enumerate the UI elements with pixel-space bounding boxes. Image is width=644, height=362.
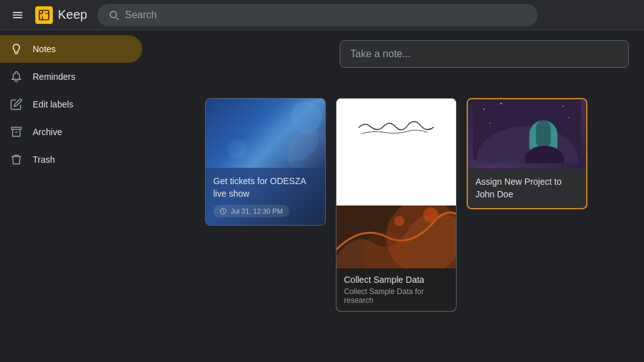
svg-point-17 [568,117,569,118]
svg-point-18 [489,123,491,124]
lightbulb-icon [10,43,23,55]
reminder-time: Jul 31, 12:30 PM [231,207,283,215]
logo-text: Keep [58,8,87,22]
odesza-card-background [206,99,325,168]
notes-grid: Get tickets for ODESZA live show Jul 31,… [167,98,629,312]
odesza-title: Get tickets for ODESZA live show [213,175,318,200]
sidebar-label-reminders: Reminders [33,72,75,82]
sidebar-label-edit-labels: Edit labels [33,99,74,109]
archive-icon [10,126,23,138]
sidebar-label-archive: Archive [33,127,62,137]
sidebar: Notes Reminders Edit labels [0,30,152,362]
svg-point-8 [394,216,404,226]
collect-card-footer: Collect Sample Data Collect Sample Data … [336,268,456,311]
take-note-placeholder: Take a note... [350,48,411,60]
collect-description: Collect Sample Data for research [344,287,448,305]
handwriting-area [336,99,456,206]
odesza-card-content: Get tickets for ODESZA live show Jul 31,… [206,168,325,225]
note-card-assign[interactable]: Assign New Project to John Doe [467,98,587,209]
sidebar-label-trash: Trash [33,155,55,165]
sidebar-item-edit-labels[interactable]: Edit labels [0,90,142,118]
sidebar-item-notes[interactable]: Notes [0,35,142,63]
main-layout: Notes Reminders Edit labels [0,30,644,362]
odesza-decoration [206,99,325,168]
menu-button[interactable] [5,3,30,28]
handwriting-drawing [347,109,446,146]
clock-icon [219,207,227,215]
roller-coaster-decoration [336,206,456,268]
svg-point-0 [42,13,47,17]
assign-card-image [468,99,586,168]
svg-point-7 [423,207,438,222]
svg-rect-12 [536,121,550,149]
search-icon [108,9,120,21]
sidebar-label-notes: Notes [33,44,56,54]
svg-rect-6 [336,206,456,268]
take-note-bar[interactable]: Take a note... [340,40,629,68]
sidebar-item-reminders[interactable]: Reminders [0,63,142,90]
svg-point-14 [484,109,485,110]
app-logo[interactable]: Keep [35,6,87,24]
main-content: Take a note... Get tickets for ODESZA li [152,30,644,362]
sidebar-item-archive[interactable]: Archive [0,118,142,146]
collect-image [336,206,456,268]
search-input[interactable] [125,9,528,21]
logo-icon [35,6,53,24]
svg-point-2 [269,111,319,162]
bell-icon [10,70,23,83]
app-header: Keep [0,0,644,30]
sidebar-item-trash[interactable]: Trash [0,146,142,173]
collect-title: Collect Sample Data [344,275,448,285]
reminder-badge: Jul 31, 12:30 PM [213,205,289,217]
note-card-collect[interactable]: Collect Sample Data Collect Sample Data … [336,98,457,312]
assign-title: Assign New Project to John Doe [475,176,579,200]
svg-point-16 [562,106,564,107]
note-card-odesza[interactable]: Get tickets for ODESZA live show Jul 31,… [205,98,326,226]
trash-icon [10,153,23,166]
assign-card-content: Assign New Project to John Doe [468,168,586,208]
svg-point-15 [500,102,502,104]
assign-card-illustration [473,99,581,163]
search-bar[interactable] [97,4,538,26]
pencil-icon [10,98,23,111]
svg-point-4 [228,140,247,158]
